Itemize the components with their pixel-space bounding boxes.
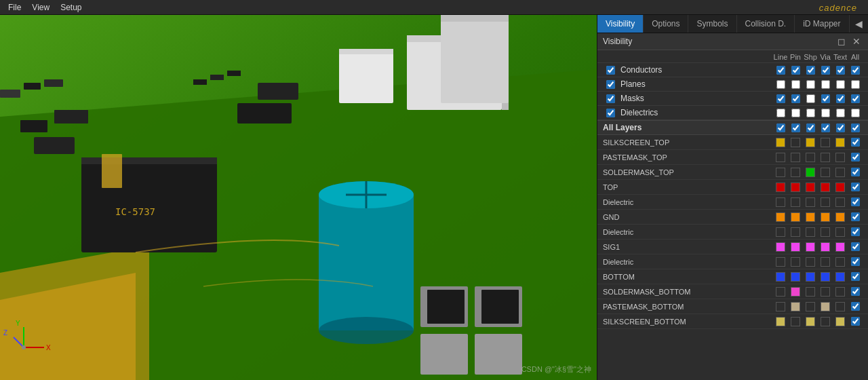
planes-via-cb[interactable]	[821, 80, 830, 89]
color-swatch-cell[interactable]	[818, 317, 833, 326]
color-swatch-cell[interactable]	[773, 287, 788, 297]
color-swatch-cell[interactable]	[818, 197, 833, 207]
color-swatch-cell[interactable]	[788, 272, 803, 282]
color-empty[interactable]	[806, 153, 815, 162]
planes-pin-cb[interactable]	[791, 80, 800, 89]
color-swatch-cell[interactable]	[833, 212, 848, 222]
color-swatch-cell[interactable]	[818, 168, 833, 177]
color-swatch[interactable]	[791, 212, 800, 222]
color-swatch[interactable]	[821, 212, 830, 222]
color-swatch-cell[interactable]	[818, 227, 833, 237]
color-swatch-cell[interactable]	[803, 302, 818, 311]
layer-vis-checkbox[interactable]	[851, 287, 860, 296]
color-swatch[interactable]	[791, 272, 800, 282]
masks-via-cb[interactable]	[821, 94, 830, 103]
color-swatch-cell[interactable]	[833, 257, 848, 267]
tab-options[interactable]: Options	[644, 15, 688, 33]
color-swatch[interactable]	[791, 302, 800, 311]
color-swatch-cell[interactable]	[818, 138, 833, 147]
color-swatch[interactable]	[835, 212, 845, 222]
color-swatch-cell[interactable]	[788, 138, 803, 147]
masks-shp-cb[interactable]	[806, 94, 815, 103]
color-swatch[interactable]	[821, 242, 830, 252]
color-swatch[interactable]	[821, 183, 830, 192]
conductors-line-cb[interactable]	[776, 66, 785, 75]
color-empty[interactable]	[835, 287, 845, 297]
color-swatch-cell[interactable]	[788, 287, 803, 297]
color-swatch[interactable]	[835, 183, 845, 192]
color-swatch-cell[interactable]	[803, 138, 818, 147]
color-empty[interactable]	[821, 317, 830, 326]
color-empty[interactable]	[835, 257, 845, 267]
layer-vis-checkbox[interactable]	[851, 257, 860, 266]
color-empty[interactable]	[821, 153, 830, 162]
alllayers-pin-cb[interactable]	[791, 124, 800, 132]
masks-all-cb[interactable]	[851, 94, 860, 103]
color-empty[interactable]	[776, 153, 785, 162]
color-swatch-cell[interactable]	[773, 138, 788, 147]
color-swatch[interactable]	[791, 242, 800, 252]
color-empty[interactable]	[806, 227, 815, 237]
layer-vis-checkbox[interactable]	[851, 242, 860, 251]
tab-scroll-right[interactable]: ▶	[865, 17, 868, 31]
color-empty[interactable]	[806, 302, 815, 311]
tab-symbols[interactable]: Symbols	[688, 15, 736, 33]
color-swatch-cell[interactable]	[773, 212, 788, 222]
color-empty[interactable]	[835, 197, 845, 207]
color-swatch-cell[interactable]	[818, 302, 833, 311]
color-swatch-cell[interactable]	[788, 168, 803, 177]
tab-idmapper[interactable]: iD Mapper	[795, 15, 849, 33]
color-empty[interactable]	[776, 287, 785, 297]
color-empty[interactable]	[791, 153, 800, 162]
color-empty[interactable]	[821, 227, 830, 237]
tab-scroll-left[interactable]: ◀	[852, 17, 865, 31]
planes-line-cb[interactable]	[776, 80, 785, 89]
color-swatch-cell[interactable]	[788, 212, 803, 222]
layer-vis-checkbox[interactable]	[851, 153, 860, 162]
alllayers-all-cb[interactable]	[851, 124, 860, 132]
color-swatch-cell[interactable]	[788, 317, 803, 326]
color-swatch-cell[interactable]	[773, 227, 788, 237]
color-swatch-cell[interactable]	[773, 317, 788, 326]
alllayers-shp-cb[interactable]	[806, 124, 815, 132]
dielectrics-via-cb[interactable]	[821, 109, 830, 117]
dielectrics-line-cb[interactable]	[776, 109, 785, 117]
tab-collision[interactable]: Collision D.	[737, 15, 795, 33]
color-swatch-cell[interactable]	[803, 317, 818, 326]
conductors-main-cb[interactable]	[606, 66, 615, 75]
color-swatch-cell[interactable]	[773, 242, 788, 252]
color-swatch-cell[interactable]	[788, 257, 803, 267]
color-swatch-cell[interactable]	[773, 257, 788, 267]
alllayers-text-cb[interactable]	[836, 124, 845, 132]
color-swatch-cell[interactable]	[803, 272, 818, 282]
color-swatch[interactable]	[806, 242, 815, 252]
color-swatch[interactable]	[821, 302, 830, 311]
color-swatch[interactable]	[776, 183, 785, 192]
masks-pin-cb[interactable]	[791, 94, 800, 103]
color-swatch-cell[interactable]	[773, 183, 788, 192]
color-swatch[interactable]	[776, 317, 785, 326]
color-swatch-cell[interactable]	[788, 242, 803, 252]
color-empty[interactable]	[791, 168, 800, 177]
color-empty[interactable]	[806, 257, 815, 267]
color-swatch-cell[interactable]	[818, 272, 833, 282]
masks-main-cb[interactable]	[606, 94, 615, 103]
dielectrics-pin-cb[interactable]	[791, 109, 800, 117]
layer-vis-checkbox[interactable]	[851, 302, 860, 311]
color-swatch[interactable]	[806, 168, 815, 177]
conductors-all-cb[interactable]	[851, 66, 860, 75]
color-empty[interactable]	[821, 168, 830, 177]
color-swatch-cell[interactable]	[833, 168, 848, 177]
planes-main-cb[interactable]	[606, 80, 615, 89]
color-swatch-cell[interactable]	[818, 257, 833, 267]
color-swatch[interactable]	[835, 272, 845, 282]
color-swatch-cell[interactable]	[803, 168, 818, 177]
dielectrics-main-cb[interactable]	[606, 109, 615, 117]
layer-vis-checkbox[interactable]	[851, 197, 860, 206]
color-empty[interactable]	[791, 257, 800, 267]
menu-setup[interactable]: Setup	[55, 1, 87, 14]
color-empty[interactable]	[821, 287, 830, 297]
color-empty[interactable]	[791, 197, 800, 207]
color-empty[interactable]	[835, 153, 845, 162]
color-swatch-cell[interactable]	[803, 257, 818, 267]
